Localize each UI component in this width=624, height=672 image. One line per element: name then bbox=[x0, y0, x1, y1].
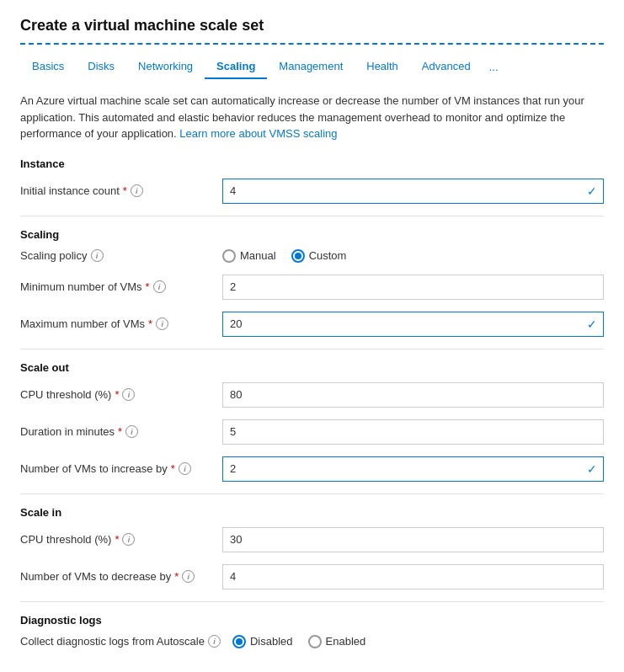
max-vms-input[interactable]: 20 bbox=[222, 312, 604, 337]
scale-out-cpu-label: CPU threshold (%) * i bbox=[20, 388, 222, 401]
min-vms-label: Minimum number of VMs * i bbox=[20, 280, 222, 293]
initial-instance-count-row: Initial instance count * i 4 ✓ bbox=[20, 179, 604, 204]
increase-vms-check-icon: ✓ bbox=[587, 462, 597, 476]
max-vms-check-icon: ✓ bbox=[587, 317, 597, 331]
disabled-radio-option[interactable]: Disabled bbox=[232, 635, 293, 648]
required-marker: * bbox=[148, 317, 152, 330]
scale-out-cpu-input[interactable]: 80 bbox=[222, 382, 604, 408]
tab-networking[interactable]: Networking bbox=[126, 55, 205, 79]
decrease-vms-info-icon[interactable]: i bbox=[182, 570, 195, 583]
instance-divider bbox=[20, 216, 604, 216]
diagnostic-section-header: Diagnostic logs bbox=[20, 614, 604, 627]
increase-vms-row: Number of VMs to increase by * i 2 ✓ bbox=[20, 456, 604, 482]
page-title: Create a virtual machine scale set bbox=[20, 17, 604, 45]
diagnostic-info-icon[interactable]: i bbox=[208, 635, 221, 648]
diagnostic-collect-row: Collect diagnostic logs from Autoscale i… bbox=[20, 635, 604, 648]
scale-out-divider bbox=[20, 493, 604, 494]
decrease-vms-control: 4 bbox=[222, 564, 604, 589]
description-text: An Azure virtual machine scale set can a… bbox=[20, 93, 604, 142]
duration-control: 5 bbox=[222, 419, 604, 445]
enabled-radio-label: Enabled bbox=[326, 635, 366, 648]
manual-radio-circle[interactable] bbox=[222, 249, 236, 263]
scale-in-cpu-input[interactable]: 30 bbox=[222, 527, 604, 552]
min-vms-input[interactable]: 2 bbox=[222, 275, 604, 300]
scaling-policy-radio-group: Manual Custom bbox=[222, 249, 346, 263]
required-marker: * bbox=[145, 280, 149, 293]
tab-health[interactable]: Health bbox=[355, 55, 410, 79]
enabled-radio-circle[interactable] bbox=[308, 635, 322, 648]
initial-instance-count-control: 4 ✓ bbox=[222, 179, 604, 204]
increase-vms-label: Number of VMs to increase by * i bbox=[20, 462, 222, 475]
duration-label: Duration in minutes * i bbox=[20, 425, 222, 438]
required-marker: * bbox=[115, 388, 119, 401]
footer: Review + create < Previous Next : Manage… bbox=[20, 669, 604, 673]
decrease-vms-label: Number of VMs to decrease by * i bbox=[20, 570, 222, 583]
initial-instance-count-label: Initial instance count * i bbox=[20, 184, 222, 197]
scale-in-cpu-row: CPU threshold (%) * i 30 bbox=[20, 527, 604, 552]
decrease-vms-input[interactable]: 4 bbox=[222, 564, 604, 589]
required-marker: * bbox=[123, 184, 127, 197]
scale-out-cpu-row: CPU threshold (%) * i 80 bbox=[20, 382, 604, 408]
disabled-radio-label: Disabled bbox=[250, 635, 293, 648]
diagnostic-radio-group: Disabled Enabled bbox=[232, 635, 365, 648]
custom-radio-dot bbox=[295, 253, 301, 259]
instance-section-header: Instance bbox=[20, 157, 604, 170]
max-vms-control: 20 ✓ bbox=[222, 312, 604, 337]
scale-in-section-header: Scale in bbox=[20, 506, 604, 519]
scale-out-cpu-info-icon[interactable]: i bbox=[122, 388, 135, 401]
initial-instance-check-icon: ✓ bbox=[587, 184, 597, 198]
custom-radio-option[interactable]: Custom bbox=[291, 249, 347, 263]
max-vms-row: Maximum number of VMs * i 20 ✓ bbox=[20, 312, 604, 337]
decrease-vms-row: Number of VMs to decrease by * i 4 bbox=[20, 564, 604, 589]
increase-vms-input[interactable]: 2 bbox=[222, 456, 604, 482]
disabled-radio-circle[interactable] bbox=[232, 635, 246, 648]
required-marker: * bbox=[115, 533, 119, 546]
tabs-nav: Basics Disks Networking Scaling Manageme… bbox=[20, 55, 604, 79]
scale-in-cpu-label: CPU threshold (%) * i bbox=[20, 533, 222, 546]
tabs-more[interactable]: ... bbox=[483, 56, 505, 78]
duration-info-icon[interactable]: i bbox=[125, 425, 138, 438]
duration-input[interactable]: 5 bbox=[222, 419, 604, 445]
diagnostic-collect-label: Collect diagnostic logs from Autoscale i bbox=[20, 635, 221, 648]
vmss-scaling-link[interactable]: Learn more about VMSS scaling bbox=[179, 127, 337, 140]
custom-radio-label: Custom bbox=[309, 249, 347, 262]
scaling-policy-label: Scaling policy i bbox=[20, 249, 222, 262]
scaling-policy-info-icon[interactable]: i bbox=[91, 249, 104, 262]
duration-row: Duration in minutes * i 5 bbox=[20, 419, 604, 445]
min-vms-info-icon[interactable]: i bbox=[153, 280, 166, 293]
scale-out-cpu-control: 80 bbox=[222, 382, 604, 408]
custom-radio-circle[interactable] bbox=[291, 249, 305, 263]
increase-vms-info-icon[interactable]: i bbox=[179, 462, 191, 475]
required-marker: * bbox=[171, 462, 175, 475]
scale-in-divider bbox=[20, 601, 604, 602]
tab-management[interactable]: Management bbox=[267, 55, 355, 79]
scaling-divider bbox=[20, 349, 604, 349]
scale-in-cpu-control: 30 bbox=[222, 527, 604, 552]
enabled-radio-option[interactable]: Enabled bbox=[308, 635, 366, 648]
max-vms-info-icon[interactable]: i bbox=[156, 317, 168, 330]
tab-disks[interactable]: Disks bbox=[76, 55, 126, 79]
initial-instance-info-icon[interactable]: i bbox=[131, 184, 143, 197]
tab-scaling[interactable]: Scaling bbox=[205, 55, 267, 79]
tab-basics[interactable]: Basics bbox=[20, 55, 76, 79]
tab-advanced[interactable]: Advanced bbox=[410, 55, 483, 79]
max-vms-label: Maximum number of VMs * i bbox=[20, 317, 222, 330]
required-marker: * bbox=[118, 425, 122, 438]
initial-instance-count-input[interactable]: 4 bbox=[222, 179, 604, 204]
scaling-section-header: Scaling bbox=[20, 228, 604, 241]
min-vms-row: Minimum number of VMs * i 2 bbox=[20, 275, 604, 300]
required-marker: * bbox=[174, 570, 179, 583]
scaling-policy-row: Scaling policy i Manual Custom bbox=[20, 249, 604, 263]
min-vms-control: 2 bbox=[222, 275, 604, 300]
disabled-radio-dot bbox=[236, 638, 243, 645]
manual-radio-label: Manual bbox=[240, 249, 276, 262]
scale-in-cpu-info-icon[interactable]: i bbox=[122, 533, 135, 546]
scale-out-section-header: Scale out bbox=[20, 361, 604, 374]
increase-vms-control: 2 ✓ bbox=[222, 456, 604, 482]
manual-radio-option[interactable]: Manual bbox=[222, 249, 276, 263]
